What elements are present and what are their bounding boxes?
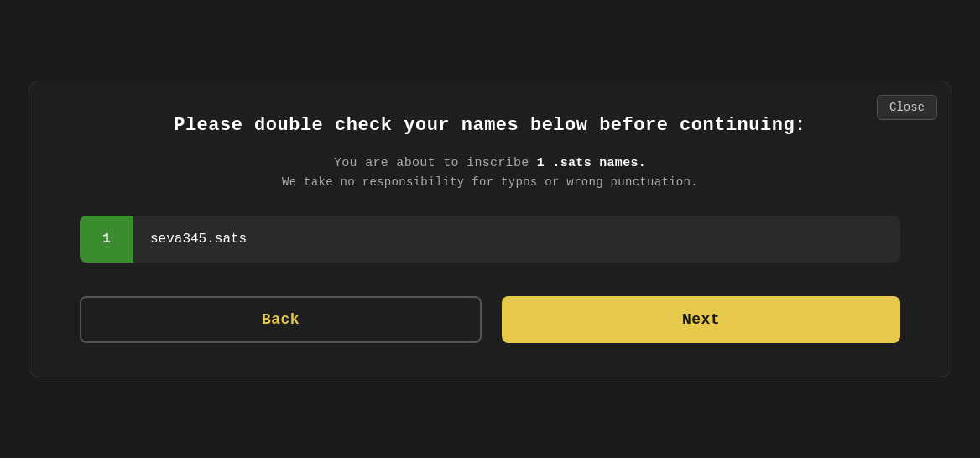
confirm-dialog: Close Please double check your names bel… xyxy=(29,81,951,377)
name-value-text: seva345.sats xyxy=(133,232,263,247)
warning-text: We take no responsibility for typos or w… xyxy=(80,175,900,189)
name-list: 1 seva345.sats xyxy=(80,216,900,263)
subtitle-prefix: You are about to inscribe xyxy=(334,156,537,170)
name-index-badge: 1 xyxy=(80,216,133,263)
close-button[interactable]: Close xyxy=(877,95,937,120)
name-count: 1 xyxy=(537,156,545,170)
domain-text: .sats names. xyxy=(552,156,646,170)
table-row: 1 seva345.sats xyxy=(80,216,900,263)
subtitle-text: You are about to inscribe 1 .sats names. xyxy=(80,156,900,170)
dialog-title: Please double check your names below bef… xyxy=(80,115,900,136)
back-button[interactable]: Back xyxy=(80,296,482,343)
button-row: Back Next xyxy=(80,296,900,343)
next-button[interactable]: Next xyxy=(502,296,900,343)
